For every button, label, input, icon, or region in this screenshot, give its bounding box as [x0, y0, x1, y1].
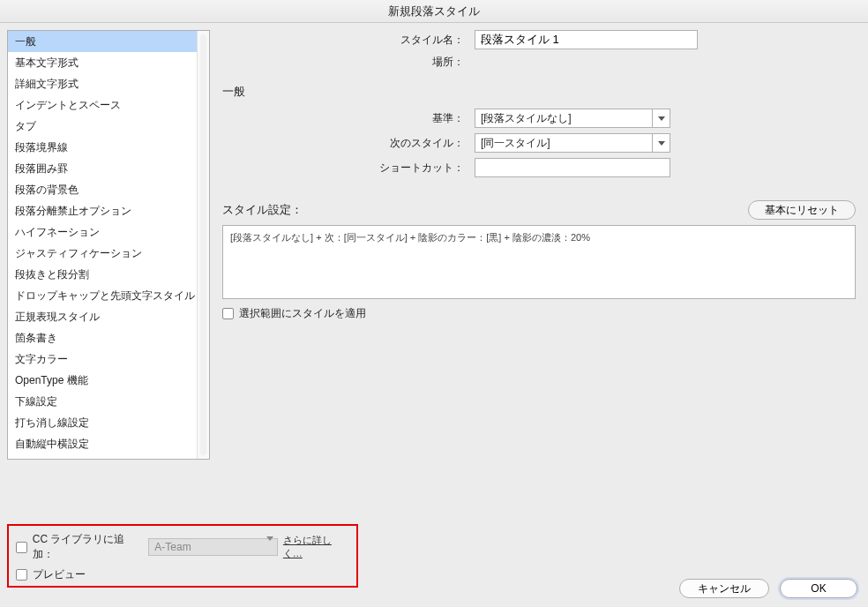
- cc-library-value: A-Team: [154, 541, 191, 553]
- sidebar-item[interactable]: 詳細文字形式: [8, 73, 209, 94]
- cc-library-dropdown[interactable]: A-Team: [148, 538, 278, 556]
- preview-label: プレビュー: [33, 567, 86, 582]
- style-settings-summary: [段落スタイルなし] + 次：[同一スタイル] + 陰影のカラー：[黒] + 陰…: [222, 225, 856, 299]
- cc-library-label: CC ライブラリに追加：: [33, 532, 144, 562]
- preview-checkbox[interactable]: [16, 569, 27, 581]
- sidebar-item[interactable]: 基本文字形式: [8, 52, 209, 73]
- style-settings-label: スタイル設定：: [222, 202, 303, 218]
- sidebar-item[interactable]: 縦中横設定: [8, 454, 209, 460]
- chevron-down-icon: [266, 541, 273, 553]
- sidebar-item[interactable]: 段落の背景色: [8, 179, 209, 200]
- sidebar-item[interactable]: 段落分離禁止オプション: [8, 200, 209, 221]
- sidebar-item[interactable]: インデントとスペース: [8, 94, 209, 116]
- learn-more-link[interactable]: さらに詳しく…: [283, 534, 349, 560]
- sidebar-item[interactable]: ハイフネーション: [8, 221, 209, 243]
- cc-library-area: CC ライブラリに追加： A-Team さらに詳しく… プレビュー: [7, 524, 358, 588]
- cancel-button[interactable]: キャンセル: [679, 579, 769, 598]
- sidebar-item[interactable]: 文字カラー: [8, 348, 209, 370]
- location-label: 場所：: [219, 55, 475, 70]
- ok-button[interactable]: OK: [780, 579, 857, 598]
- category-sidebar: 一般基本文字形式詳細文字形式インデントとスペースタブ段落境界線段落囲み罫段落の背…: [7, 30, 210, 460]
- section-heading-general: 一般: [222, 84, 859, 100]
- sidebar-item[interactable]: 正規表現スタイル: [8, 306, 209, 327]
- style-name-input[interactable]: [475, 30, 698, 49]
- shortcut-label: ショートカット：: [219, 161, 475, 176]
- apply-to-selection-checkbox[interactable]: [222, 308, 234, 319]
- sidebar-item[interactable]: 一般: [8, 31, 209, 52]
- dialog-footer: キャンセル OK: [679, 579, 857, 598]
- chevron-down-icon: [652, 134, 670, 152]
- sidebar-item[interactable]: OpenType 機能: [8, 370, 209, 391]
- highlight-box: CC ライブラリに追加： A-Team さらに詳しく… プレビュー: [7, 524, 358, 588]
- next-style-dropdown[interactable]: [同一スタイル]: [475, 133, 670, 153]
- sidebar-item[interactable]: タブ: [8, 116, 209, 137]
- based-on-dropdown[interactable]: [段落スタイルなし]: [475, 109, 670, 128]
- sidebar-item[interactable]: ドロップキャップと先頭文字スタイル: [8, 285, 209, 306]
- sidebar-item[interactable]: 自動縦中横設定: [8, 433, 209, 454]
- main-panel: スタイル名： 場所： 一般 基準： [段落スタイルなし] 次のスタイル：: [219, 30, 859, 321]
- style-name-label: スタイル名：: [219, 33, 475, 48]
- chevron-down-icon: [652, 109, 670, 127]
- reset-to-base-button[interactable]: 基本にリセット: [748, 200, 856, 220]
- dialog-title: 新規段落スタイル: [0, 0, 868, 23]
- shortcut-input[interactable]: [475, 158, 670, 177]
- based-on-label: 基準：: [219, 111, 475, 126]
- sidebar-item[interactable]: 打ち消し線設定: [8, 412, 209, 433]
- sidebar-item[interactable]: 段落境界線: [8, 137, 209, 158]
- sidebar-scrollbar[interactable]: [197, 31, 209, 459]
- apply-to-selection-label: 選択範囲にスタイルを適用: [239, 306, 366, 321]
- sidebar-item[interactable]: 段落囲み罫: [8, 158, 209, 179]
- next-style-label: 次のスタイル：: [219, 136, 475, 151]
- based-on-value: [段落スタイルなし]: [481, 111, 652, 126]
- sidebar-item[interactable]: 段抜きと段分割: [8, 264, 209, 285]
- cc-library-checkbox[interactable]: [16, 542, 27, 553]
- next-style-value: [同一スタイル]: [481, 136, 652, 151]
- sidebar-item[interactable]: 下線設定: [8, 391, 209, 412]
- sidebar-item[interactable]: 箇条書き: [8, 327, 209, 348]
- sidebar-item[interactable]: ジャスティフィケーション: [8, 243, 209, 264]
